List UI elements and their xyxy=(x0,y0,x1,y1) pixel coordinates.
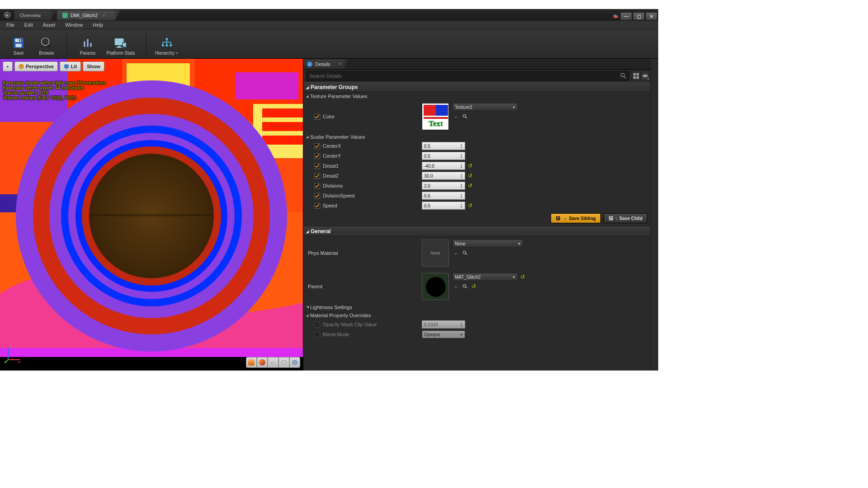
spinner-down-icon[interactable]: ▾ xyxy=(458,186,464,188)
view-perspective-button[interactable]: Perspective xyxy=(14,61,58,71)
hierarchy-button[interactable]: Hierarchy▼ xyxy=(154,31,180,56)
viewport-menu-button[interactable]: ▼ xyxy=(3,61,13,71)
browse-to-icon[interactable] xyxy=(462,113,469,120)
shape-sphere-button[interactable] xyxy=(257,357,268,368)
blend-mode-combo[interactable]: Opaque ▼ xyxy=(422,330,465,338)
reset-icon[interactable]: ↺ xyxy=(471,283,477,290)
texture-asset-combo[interactable]: Texture3 ▼ xyxy=(453,103,518,111)
use-selected-icon[interactable]: ← xyxy=(453,249,460,257)
maximize-button[interactable]: ▢ xyxy=(633,12,645,20)
scalar-value-input[interactable]: -40.0▴▾ xyxy=(422,162,465,170)
platform-stats-button[interactable]: Platform Stats xyxy=(103,31,139,56)
opacity-mask-value[interactable]: 0.3333 ▴▾ xyxy=(422,320,465,328)
close-icon[interactable]: × xyxy=(102,13,105,18)
subsection-lightmass[interactable]: ◢ Lightmass Settings xyxy=(303,303,650,311)
phys-material-combo[interactable]: None ▼ xyxy=(453,239,523,248)
param-checkbox[interactable] xyxy=(314,203,320,209)
param-checkbox[interactable] xyxy=(314,173,320,179)
section-general[interactable]: ◢ General xyxy=(303,226,650,236)
chevron-down-icon: ▼ xyxy=(512,276,515,279)
save-icon: 🖫 xyxy=(609,216,613,221)
parent-combo[interactable]: MAT_Glitch2 ▼ xyxy=(453,273,518,281)
minimize-button[interactable]: — xyxy=(620,12,632,20)
spinner-down-icon[interactable]: ▾ xyxy=(458,206,464,208)
section-label: Parameter Groups xyxy=(311,84,358,90)
reset-icon[interactable]: ↺ xyxy=(467,183,473,189)
browse-button[interactable]: Browse xyxy=(33,31,60,56)
spinner-down-icon[interactable]: ▾ xyxy=(458,156,464,159)
menu-window[interactable]: Window xyxy=(61,21,87,28)
tab-label: Overview xyxy=(20,13,41,18)
param-checkbox[interactable] xyxy=(314,183,320,189)
shape-cube-button[interactable] xyxy=(278,357,289,368)
menu-edit[interactable]: Edit xyxy=(20,21,38,28)
menu-file[interactable]: File xyxy=(2,21,19,28)
param-checkbox[interactable] xyxy=(314,322,320,328)
browse-to-icon[interactable] xyxy=(462,249,469,257)
shape-custom-button[interactable] xyxy=(289,357,300,368)
scalar-value-input[interactable]: 30.0▴▾ xyxy=(422,172,465,180)
view-show-button[interactable]: Show xyxy=(83,61,104,71)
svg-rect-4 xyxy=(19,39,20,42)
texture-thumb[interactable]: Text xyxy=(422,103,449,130)
close-icon[interactable]: × xyxy=(338,61,341,66)
param-checkbox[interactable] xyxy=(314,193,320,199)
subsection-texture-params[interactable]: ◢ Texture Parameter Values xyxy=(303,92,650,100)
spinner-down-icon[interactable]: ▾ xyxy=(458,176,464,178)
scalar-value-input[interactable]: 0.5▴▾ xyxy=(422,202,465,210)
value: 0.5 xyxy=(424,203,430,208)
tab-details[interactable]: i Details × xyxy=(303,59,344,69)
param-checkbox[interactable] xyxy=(314,114,320,120)
property-matrix-button[interactable] xyxy=(632,71,640,81)
menu-help[interactable]: Help xyxy=(88,21,108,28)
browse-to-icon[interactable] xyxy=(462,283,469,290)
param-checkbox[interactable] xyxy=(314,163,320,169)
subsection-scalar-params[interactable]: ◢ Scalar Parameter Values xyxy=(303,133,650,141)
spinner-down-icon[interactable]: ▾ xyxy=(458,146,464,149)
visibility-filter-button[interactable]: ▼ xyxy=(641,71,649,81)
value: -40.0 xyxy=(424,164,434,169)
save-child-button[interactable]: 🖫↓ Save Child xyxy=(604,213,647,223)
params-button[interactable]: Params xyxy=(75,31,101,56)
view-lit-button[interactable]: Lit xyxy=(60,61,81,71)
reset-icon[interactable]: ↺ xyxy=(467,173,473,179)
subsection-mpo[interactable]: ◢ Material Property Overrides xyxy=(303,311,650,319)
viewport[interactable]: ▼ Perspective Lit Show Base pass shader … xyxy=(0,59,303,371)
scalar-row-divisionSpeed: DivisionSpeed0.5▴▾ xyxy=(303,191,650,201)
reset-icon[interactable]: ↺ xyxy=(467,202,473,209)
tab-active-doc[interactable]: DMI_Glitch2 × xyxy=(57,10,115,20)
scalar-value-input[interactable]: 0.5▴▾ xyxy=(422,192,465,200)
reset-icon[interactable]: ↺ xyxy=(519,274,526,280)
use-selected-icon[interactable]: ← xyxy=(453,283,460,290)
details-scroll[interactable]: ◢ Parameter Groups ◢ Texture Parameter V… xyxy=(303,82,650,371)
section-parameter-groups[interactable]: ◢ Parameter Groups xyxy=(303,82,650,92)
shape-cylinder-button[interactable] xyxy=(246,357,257,368)
spinner-down-icon[interactable]: ▾ xyxy=(458,324,464,327)
save-sibling-button[interactable]: 🖫→ Save Sibling xyxy=(551,213,600,223)
close-button[interactable]: ✕ xyxy=(646,12,657,20)
param-label: DivisionSpeed xyxy=(323,193,354,198)
tab-overview[interactable]: Overview xyxy=(14,10,51,20)
subsection-label: Texture Parameter Values xyxy=(310,94,367,99)
combo-value: Opaque xyxy=(424,332,440,337)
svg-point-6 xyxy=(42,38,49,46)
use-selected-icon[interactable]: ← xyxy=(453,113,460,120)
source-control-icon[interactable] xyxy=(612,13,619,20)
subsection-label: Lightmass Settings xyxy=(310,305,352,310)
reset-icon[interactable]: ↺ xyxy=(467,163,473,169)
param-checkbox[interactable] xyxy=(314,153,320,159)
spinner-down-icon[interactable]: ▾ xyxy=(458,166,464,169)
param-checkbox[interactable] xyxy=(314,332,320,338)
save-button[interactable]: Save xyxy=(5,31,32,56)
shape-plane-button[interactable] xyxy=(268,357,278,368)
spinner-down-icon[interactable]: ▾ xyxy=(458,196,464,198)
svg-rect-52 xyxy=(633,76,636,79)
search-input[interactable] xyxy=(306,71,629,81)
param-checkbox[interactable] xyxy=(314,143,320,149)
scalar-value-input[interactable]: 0.5▴▾ xyxy=(422,152,465,160)
phys-material-thumb[interactable]: None xyxy=(422,239,449,267)
parent-thumb[interactable] xyxy=(422,273,449,300)
scalar-value-input[interactable]: 0.5▴▾ xyxy=(422,142,465,150)
scalar-value-input[interactable]: 2.0▴▾ xyxy=(422,182,465,190)
menu-asset[interactable]: Asset xyxy=(38,21,60,28)
